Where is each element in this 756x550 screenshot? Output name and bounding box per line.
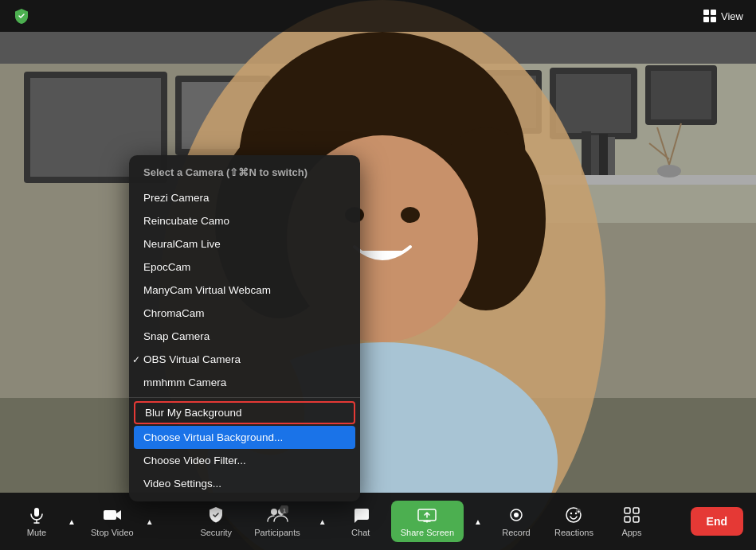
menu-item-manycam[interactable]: ManyCam Virtual Webcam	[129, 279, 360, 302]
mute-button[interactable]: Mute	[13, 501, 61, 542]
menu-item-obs[interactable]: OBS Virtual Camera	[129, 348, 360, 371]
video-chevron[interactable]: ▲	[142, 505, 158, 537]
svg-rect-35	[104, 510, 116, 520]
stop-video-group: Stop Video ▲	[83, 501, 158, 542]
participants-label: Participants	[254, 528, 300, 537]
participants-icon: 1	[266, 505, 288, 525]
share-screen-icon	[417, 505, 437, 525]
chat-icon	[351, 505, 370, 525]
svg-text:1: 1	[283, 507, 287, 514]
security-icon	[206, 505, 225, 525]
svg-rect-17	[608, 137, 615, 175]
menu-item-reincubate[interactable]: Reincubate Camo	[129, 209, 360, 232]
toolbar-center: Security 1 Participants ▲	[158, 501, 691, 542]
menu-item-snap[interactable]: Snap Camera	[129, 325, 360, 348]
end-button[interactable]: End	[691, 507, 743, 536]
svg-rect-52	[625, 517, 630, 522]
menu-item-video-settings[interactable]: Video Settings...	[129, 472, 360, 495]
share-screen-button[interactable]: Share Screen	[391, 501, 464, 542]
video-background	[0, 0, 756, 550]
security-button[interactable]: Security	[192, 501, 240, 542]
svg-rect-32	[34, 508, 39, 517]
svg-rect-15	[591, 135, 599, 175]
participants-button[interactable]: 1 Participants	[246, 501, 307, 542]
record-button[interactable]: Record	[492, 501, 540, 542]
svg-rect-50	[625, 508, 630, 513]
apps-icon	[622, 505, 641, 525]
share-screen-chevron[interactable]: ▲	[470, 505, 486, 537]
svg-point-46	[570, 513, 572, 514]
menu-item-neuralcam[interactable]: NeuralCam Live	[129, 232, 360, 255]
svg-point-36	[271, 509, 277, 515]
menu-item-mmhmm[interactable]: mmhmm Camera	[129, 371, 360, 394]
reactions-label: Reactions	[554, 528, 593, 537]
menu-item-virtual-bg[interactable]: Choose Virtual Background...	[134, 426, 355, 449]
record-label: Record	[502, 528, 530, 537]
apps-button[interactable]: Apps	[608, 501, 656, 542]
shield-green-icon	[13, 7, 30, 25]
apps-label: Apps	[621, 528, 641, 537]
chat-button[interactable]: Chat	[337, 501, 385, 542]
reactions-icon: ✦	[564, 505, 583, 525]
svg-rect-51	[633, 508, 639, 513]
toolbar: Mute ▲ Stop Video ▲	[0, 493, 756, 550]
menu-item-epoccam[interactable]: EpocCam	[129, 255, 360, 279]
stop-video-label: Stop Video	[91, 528, 134, 537]
svg-point-29	[401, 207, 420, 223]
mic-icon	[27, 505, 46, 525]
menu-item-blur[interactable]: Blur My Background	[134, 401, 355, 424]
svg-rect-10	[556, 74, 631, 133]
chat-label: Chat	[351, 528, 370, 537]
svg-text:✦: ✦	[577, 509, 581, 514]
view-button[interactable]: View	[703, 10, 743, 22]
toolbar-left: Mute ▲ Stop Video ▲	[13, 501, 158, 542]
svg-rect-53	[633, 517, 639, 522]
top-bar: View	[0, 0, 756, 32]
svg-point-18	[657, 165, 681, 177]
menu-item-chromacam[interactable]: ChromaCam	[129, 302, 360, 325]
svg-point-44	[514, 513, 519, 517]
participants-chevron[interactable]: ▲	[315, 505, 331, 537]
svg-rect-16	[599, 134, 608, 175]
mute-label: Mute	[27, 528, 46, 537]
camera-menu: Select a Camera (⇧⌘N to switch) Prezi Ca…	[129, 155, 360, 501]
camera-icon	[102, 505, 123, 525]
security-label: Security	[200, 528, 232, 537]
mute-chevron[interactable]: ▲	[64, 505, 80, 537]
room-bg-svg	[0, 0, 756, 550]
svg-rect-12	[651, 71, 711, 119]
reactions-button[interactable]: ✦ Reactions	[546, 501, 601, 542]
record-icon	[507, 505, 526, 525]
menu-header: Select a Camera (⇧⌘N to switch)	[129, 162, 360, 186]
menu-item-prezi[interactable]: Prezi Camera	[129, 186, 360, 209]
menu-item-video-filter[interactable]: Choose Video Filter...	[129, 449, 360, 472]
view-grid-icon	[703, 10, 716, 22]
toolbar-right: End	[691, 507, 743, 536]
svg-rect-14	[582, 131, 591, 175]
share-screen-label: Share Screen	[401, 528, 454, 537]
menu-separator	[129, 397, 360, 398]
view-label: View	[721, 10, 743, 22]
stop-video-button[interactable]: Stop Video	[83, 501, 142, 542]
